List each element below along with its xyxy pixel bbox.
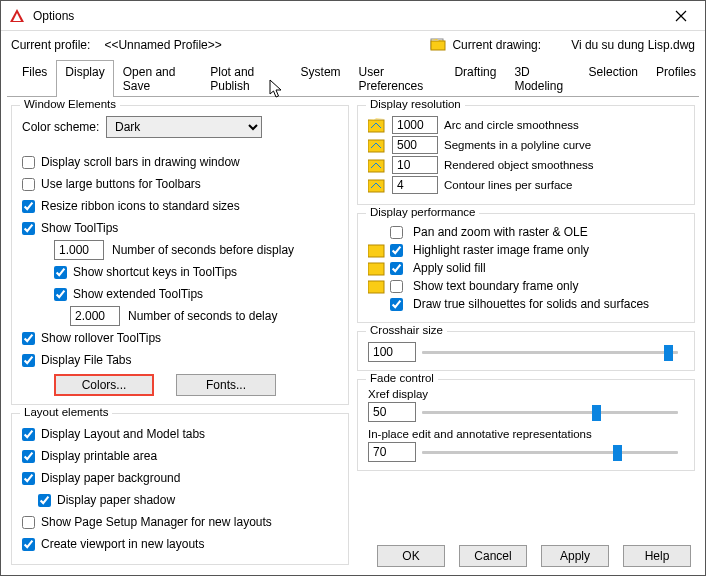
seg-input[interactable] (392, 136, 438, 154)
boundary-label: Show text boundary frame only (413, 279, 578, 293)
tab-files[interactable]: Files (13, 60, 56, 97)
drawing-file: Vi du su dung Lisp.dwg (571, 38, 695, 52)
xref-input[interactable] (368, 402, 416, 422)
colors-button[interactable]: Colors... (54, 374, 154, 396)
tab-profiles[interactable]: Profiles (647, 60, 705, 97)
pan-checkbox[interactable] (390, 226, 403, 239)
paper-bg-label: Display paper background (41, 471, 180, 485)
crosshair-input[interactable] (368, 342, 416, 362)
dwg-icon (368, 242, 386, 258)
group-title-display-performance: Display performance (366, 206, 479, 218)
footer-buttons: OK Cancel Apply Help (377, 545, 691, 567)
group-title-window-elements: Window Elements (20, 98, 120, 110)
show-shortcut-label: Show shortcut keys in ToolTips (73, 265, 237, 279)
layout-model-label: Display Layout and Model tabs (41, 427, 205, 441)
xref-slider[interactable] (422, 403, 678, 421)
layout-model-checkbox[interactable] (22, 428, 35, 441)
create-viewport-checkbox[interactable] (22, 538, 35, 551)
inplace-slider[interactable] (422, 443, 678, 461)
inplace-input[interactable] (368, 442, 416, 462)
fonts-button[interactable]: Fonts... (176, 374, 276, 396)
apply-button[interactable]: Apply (541, 545, 609, 567)
svg-rect-5 (368, 180, 384, 192)
pan-label: Pan and zoom with raster & OLE (413, 225, 588, 239)
group-title-crosshair: Crosshair size (366, 324, 447, 336)
tab-drafting[interactable]: Drafting (445, 60, 505, 97)
group-display-performance: Display performance Pan and zoom with ra… (357, 213, 695, 323)
show-extended-checkbox[interactable] (54, 288, 67, 301)
tabs: Files Display Open and Save Plot and Pub… (1, 59, 705, 96)
window-title: Options (33, 9, 74, 23)
dwg-icon (368, 260, 386, 276)
tab-selection[interactable]: Selection (580, 60, 647, 97)
con-input[interactable] (392, 176, 438, 194)
large-buttons-checkbox[interactable] (22, 178, 35, 191)
seconds-before-label: Number of seconds before display (112, 243, 294, 257)
paper-shadow-checkbox[interactable] (38, 494, 51, 507)
group-window-elements: Window Elements Color scheme: Dark Displ… (11, 105, 349, 405)
crosshair-slider[interactable] (422, 343, 678, 361)
show-extended-label: Show extended ToolTips (73, 287, 203, 301)
seg-label: Segments in a polyline curve (444, 139, 591, 151)
scroll-bars-checkbox[interactable] (22, 156, 35, 169)
silhouettes-label: Draw true silhouettes for solids and sur… (413, 297, 649, 311)
page-setup-checkbox[interactable] (22, 516, 35, 529)
create-viewport-label: Create viewport in new layouts (41, 537, 204, 551)
group-display-resolution: Display resolution Arc and circle smooth… (357, 105, 695, 205)
show-tooltips-checkbox[interactable] (22, 222, 35, 235)
highlight-checkbox[interactable] (390, 244, 403, 257)
tab-3d-modeling[interactable]: 3D Modeling (505, 60, 579, 97)
seconds-before-input[interactable] (54, 240, 104, 260)
xref-label: Xref display (368, 388, 684, 400)
group-layout-elements: Layout elements Display Layout and Model… (11, 413, 349, 565)
tab-system[interactable]: System (292, 60, 350, 97)
page-setup-label: Show Page Setup Manager for new layouts (41, 515, 272, 529)
close-icon[interactable] (665, 1, 697, 31)
solid-checkbox[interactable] (390, 262, 403, 275)
svg-rect-3 (368, 140, 384, 152)
arc-label: Arc and circle smoothness (444, 119, 579, 131)
seconds-delay-input[interactable] (70, 306, 120, 326)
silhouettes-checkbox[interactable] (390, 298, 403, 311)
profile-value: <<Unnamed Profile>> (104, 38, 221, 52)
dwg-icon (368, 117, 386, 133)
drawing-label: Current drawing: (452, 38, 541, 52)
boundary-checkbox[interactable] (390, 280, 403, 293)
ren-input[interactable] (392, 156, 438, 174)
cancel-button[interactable]: Cancel (459, 545, 527, 567)
arc-input[interactable] (392, 116, 438, 134)
solid-label: Apply solid fill (413, 261, 486, 275)
ok-button[interactable]: OK (377, 545, 445, 567)
resize-ribbon-checkbox[interactable] (22, 200, 35, 213)
color-scheme-label: Color scheme: (22, 120, 106, 134)
show-tooltips-label: Show ToolTips (41, 221, 118, 235)
color-scheme-select[interactable]: Dark (106, 116, 262, 138)
svg-rect-7 (368, 263, 384, 275)
app-icon (9, 8, 25, 24)
group-crosshair: Crosshair size (357, 331, 695, 371)
inplace-label: In-place edit and annotative representat… (368, 428, 684, 440)
group-fade: Fade control Xref display In-place edit … (357, 379, 695, 471)
rollover-label: Show rollover ToolTips (41, 331, 161, 345)
tab-content: Window Elements Color scheme: Dark Displ… (7, 96, 699, 542)
show-shortcut-checkbox[interactable] (54, 266, 67, 279)
dwg-icon (368, 177, 386, 193)
highlight-label: Highlight raster image frame only (413, 243, 589, 257)
paper-bg-checkbox[interactable] (22, 472, 35, 485)
resize-ribbon-label: Resize ribbon icons to standard sizes (41, 199, 240, 213)
ren-label: Rendered object smoothness (444, 159, 594, 171)
tab-user-prefs[interactable]: User Preferences (350, 60, 446, 97)
tab-plot-publish[interactable]: Plot and Publish (201, 60, 291, 97)
help-button[interactable]: Help (623, 545, 691, 567)
group-title-fade: Fade control (366, 372, 438, 384)
large-buttons-label: Use large buttons for Toolbars (41, 177, 201, 191)
drawing-icon (430, 37, 446, 53)
tab-open-save[interactable]: Open and Save (114, 60, 202, 97)
rollover-checkbox[interactable] (22, 332, 35, 345)
profile-label: Current profile: (11, 38, 90, 52)
printable-checkbox[interactable] (22, 450, 35, 463)
dwg-icon (368, 137, 386, 153)
svg-rect-4 (368, 160, 384, 172)
tab-display[interactable]: Display (56, 60, 113, 97)
file-tabs-checkbox[interactable] (22, 354, 35, 367)
